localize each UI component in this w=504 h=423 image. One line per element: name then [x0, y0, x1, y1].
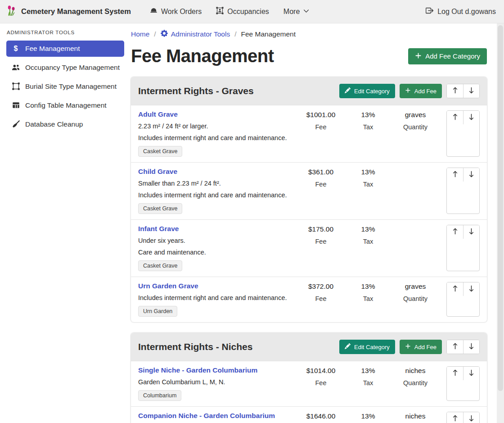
add-fee-category-button[interactable]: Add Fee Category	[408, 48, 487, 64]
fee-description: Includes interment right and care and ma…	[138, 191, 296, 199]
fee-name-link[interactable]: Adult Grave	[138, 110, 178, 118]
fee-amount-cell: $175.00 Fee	[296, 225, 346, 271]
fee-name-link[interactable]: Single Niche - Garden Columbarium	[138, 366, 257, 374]
sidebar-item-occupancy-type-management[interactable]: Occupancy Type Management	[6, 59, 124, 76]
move-up-button[interactable]	[447, 111, 463, 124]
fee-tag-badge: Urn Garden	[138, 306, 177, 317]
fee-description: Under six years.	[138, 237, 296, 245]
move-up-button[interactable]	[447, 282, 463, 296]
move-down-button[interactable]	[463, 340, 479, 354]
move-up-button[interactable]	[447, 367, 463, 380]
fee-tag-badge: Columbarium	[138, 390, 181, 401]
nav-more[interactable]: More	[278, 4, 315, 19]
move-down-button[interactable]	[463, 412, 479, 423]
move-down-button[interactable]	[463, 282, 479, 296]
fee-tag-badge: Casket Grave	[138, 260, 182, 271]
move-up-button[interactable]	[447, 340, 463, 354]
category-reorder-group	[446, 84, 480, 98]
app-brand[interactable]: Cemetery Management System	[5, 5, 131, 18]
primary-nav: Work Orders Occupancies More	[144, 3, 315, 20]
arrow-down-icon	[468, 415, 475, 423]
hard-hat-icon	[150, 7, 158, 16]
page-title: Fee Management	[131, 46, 274, 66]
logout-icon	[426, 7, 433, 16]
add-fee-button[interactable]: Add Fee	[400, 340, 442, 354]
breadcrumb-home-link[interactable]: Home	[131, 30, 149, 38]
breadcrumb-current: Fee Management	[241, 30, 296, 38]
broom-icon	[11, 120, 21, 128]
fee-row: Adult Grave 2.23 m² / 24 ft² or larger. …	[131, 105, 487, 162]
arrow-down-icon	[468, 171, 475, 179]
move-up-button[interactable]	[447, 412, 463, 423]
fee-name-link[interactable]: Urn Garden Grave	[138, 282, 198, 290]
fee-tax-cell: 13% Tax	[346, 282, 391, 317]
fee-description: 2.23 m² / 24 ft² or larger.	[138, 122, 296, 130]
plus-icon	[405, 343, 411, 350]
breadcrumb: Home / Administrator Tools / Fee Managem…	[131, 30, 487, 39]
sidebar-item-fee-management[interactable]: $ Fee Management	[6, 41, 124, 57]
plus-icon	[405, 87, 411, 95]
fee-info: Single Niche - Garden Columbarium Garden…	[138, 366, 296, 401]
fee-name-link[interactable]: Child Grave	[138, 168, 177, 176]
arrow-up-icon	[452, 228, 459, 236]
fee-tax-cell: 13% Tax	[346, 168, 391, 214]
vertical-scrollbar[interactable]	[497, 23, 504, 423]
arrow-down-icon	[468, 369, 475, 378]
move-down-button[interactable]	[463, 84, 479, 98]
move-down-button[interactable]	[463, 225, 479, 239]
nav-work-orders[interactable]: Work Orders	[144, 3, 207, 20]
pencil-icon	[345, 343, 351, 350]
nav-occupancies[interactable]: Occupancies	[211, 3, 274, 20]
fee-tag-badge: Casket Grave	[138, 146, 182, 157]
fee-quantity-cell: niches Quantity	[391, 366, 440, 401]
edit-category-button[interactable]: Edit Category	[339, 84, 395, 98]
arrow-up-icon	[452, 369, 459, 378]
fee-row: Companion Niche - Garden Columbarium Gar…	[131, 406, 487, 423]
fee-reorder-group	[446, 282, 480, 317]
move-up-button[interactable]	[447, 168, 463, 182]
sidebar-item-burial-site-type-management[interactable]: Burial Site Type Management	[6, 78, 124, 95]
fee-name-link[interactable]: Companion Niche - Garden Columbarium	[138, 412, 275, 420]
fee-category-card-niches: Interment Rights - Niches Edit Category …	[131, 333, 487, 423]
move-up-button[interactable]	[447, 225, 463, 239]
scrollbar-thumb[interactable]	[498, 25, 503, 391]
move-down-button[interactable]	[463, 168, 479, 182]
fee-info: Companion Niche - Garden Columbarium Gar…	[138, 412, 296, 423]
sidebar-item-database-cleanup[interactable]: Database Cleanup	[6, 116, 124, 132]
pencil-icon	[345, 87, 351, 95]
fee-row: Urn Garden Grave Includes interment righ…	[131, 277, 487, 322]
fee-tax-cell: 13% Tax	[346, 412, 391, 423]
fee-amount-cell: $1646.00 Fee	[296, 412, 346, 423]
arrow-up-icon	[452, 87, 459, 95]
admin-tools-sidebar: ADMINISTRATOR TOOLS $ Fee Management Occ…	[0, 23, 130, 135]
fee-reorder-group	[446, 225, 480, 271]
fee-quantity-cell: graves Quantity	[391, 282, 440, 317]
edit-category-button[interactable]: Edit Category	[339, 340, 395, 354]
fee-description: Smaller than 2.23 m² / 24 ft².	[138, 179, 296, 187]
fee-row: Infant Grave Under six years. Care and m…	[131, 219, 487, 277]
fee-category-card-graves: Interment Rights - Graves Edit Category …	[131, 77, 487, 322]
fee-quantity-cell	[391, 168, 440, 214]
user-frame-icon	[216, 7, 224, 16]
fee-row: Child Grave Smaller than 2.23 m² / 24 ft…	[131, 162, 487, 219]
move-up-button[interactable]	[447, 84, 463, 98]
sidebar-item-config-table-management[interactable]: Config Table Management	[6, 97, 124, 114]
chevron-down-icon	[303, 8, 309, 16]
add-fee-button[interactable]: Add Fee	[400, 84, 442, 98]
fee-tax-cell: 13% Tax	[346, 366, 391, 401]
fee-reorder-group	[446, 168, 480, 214]
fee-reorder-group	[446, 412, 480, 423]
top-navbar: Cemetery Management System Work Orders	[0, 0, 504, 23]
category-header: Interment Rights - Niches Edit Category …	[131, 333, 487, 361]
move-down-button[interactable]	[463, 111, 479, 124]
fee-name-link[interactable]: Infant Grave	[138, 225, 179, 233]
fee-description: Includes interment right and care and ma…	[138, 294, 296, 302]
fee-amount-cell: $1001.00 Fee	[296, 110, 346, 157]
arrow-down-icon	[468, 87, 475, 95]
breadcrumb-admin-tools-link[interactable]: Administrator Tools	[161, 30, 230, 39]
arrow-up-icon	[452, 415, 459, 423]
main-content: Home / Administrator Tools / Fee Managem…	[130, 23, 496, 423]
logout-button[interactable]: Log Out d.gowans	[426, 7, 496, 16]
move-down-button[interactable]	[463, 367, 479, 380]
fee-description: Garden Columbarium L, M, N.	[138, 378, 296, 386]
